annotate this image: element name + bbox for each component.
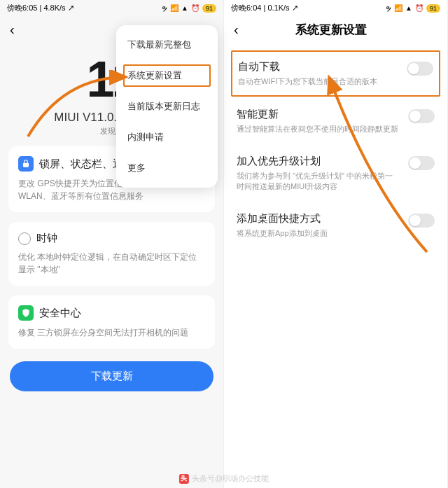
wifi-icon: ▲ [181,4,188,12]
bluetooth-icon: ຯ [162,4,167,12]
svg-rect-0 [23,163,29,167]
toggle-priority-upgrade[interactable] [408,156,435,170]
setting-title: 加入优先升级计划 [237,155,400,168]
download-update-button[interactable]: 下载更新 [10,361,214,391]
setting-title: 添加桌面快捷方式 [237,212,400,225]
battery-badge: 91 [202,4,216,13]
popup-item-full-package[interactable]: 下载最新完整包 [116,29,218,60]
settings-list: 自动下载 自动在WIFI下为您下载当前最合适的版本 智能更新 通过智能算法在夜间… [224,43,447,254]
alarm-icon: ⏰ [415,4,424,12]
phone-right-screenshot: 傍晚6:04 | 0.1K/s ↗ ຯ 📶 ▲ ⏰ 91 ‹ 系统更新设置 自动… [224,0,448,488]
overflow-menu-popup: 下载最新完整包 系统更新设置 当前版本更新日志 内测申请 更多 [116,25,218,188]
card-title: 安全中心 [39,307,81,320]
header-right: ‹ 系统更新设置 [224,16,447,43]
setting-smart-update[interactable]: 智能更新 通过智能算法在夜间您不使用的时间段静默更新 [224,98,447,144]
back-icon[interactable]: ‹ [234,22,239,38]
setting-subtitle: 将系统更新App添加到桌面 [237,228,400,239]
toggle-smart-update[interactable] [408,109,435,123]
lockscreen-icon [18,156,34,172]
watermark-text: 头条号@职场办公技能 [192,473,269,484]
signal-icon: 📶 [394,4,402,12]
phone-left-screenshot: 傍晚6:05 | 4.8K/s ↗ ຯ 📶 ▲ ⏰ 91 ‹ 11 MIUI V… [0,0,224,488]
card-title: 时钟 [36,232,57,245]
setting-auto-download[interactable]: 自动下载 自动在WIFI下为您下载当前最合适的版本 [231,50,440,97]
popup-item-update-settings[interactable]: 系统更新设置 [116,60,218,91]
card-desc: 优化 本地时钟定位逻辑，在自动确定时区下定位显示 "本地" [18,251,205,276]
clock-icon [18,232,31,245]
changelog-card-security: 安全中心 修复 三方锁屏在分身空间无法打开相机的问题 [8,295,215,349]
watermark-logo-icon: 头 [179,474,189,484]
alarm-icon: ⏰ [191,4,200,12]
setting-subtitle: 通过智能算法在夜间您不使用的时间段静默更新 [237,124,400,134]
bluetooth-icon: ຯ [386,4,391,12]
setting-subtitle: 自动在WIFI下为您下载当前最合适的版本 [238,76,398,87]
popup-item-more[interactable]: 更多 [116,153,218,183]
toggle-auto-download[interactable] [407,62,433,76]
back-icon[interactable]: ‹ [10,22,15,38]
page-title: 系统更新设置 [239,22,424,38]
battery-badge: 91 [426,4,440,13]
setting-subtitle: 我们将为参与到 "优先升级计划" 中的米粉第一时间推送最新的MIUI升级内容 [237,171,400,193]
watermark: 头 头条号@职场办公技能 [179,473,269,484]
setting-title: 智能更新 [237,108,400,121]
signal-icon: 📶 [170,4,178,12]
shield-icon [18,305,34,321]
popup-item-changelog[interactable]: 当前版本更新日志 [116,91,218,122]
changelog-card-clock: 时钟 优化 本地时钟定位逻辑，在自动确定时区下定位显示 "本地" [8,222,215,286]
toggle-desktop-shortcut[interactable] [408,214,435,228]
status-bar-left: 傍晚6:05 | 4.8K/s ↗ ຯ 📶 ▲ ⏰ 91 [0,0,223,16]
status-bar-right: 傍晚6:04 | 0.1K/s ↗ ຯ 📶 ▲ ⏰ 91 [224,0,447,16]
card-desc: 修复 三方锁屏在分身空间无法打开相机的问题 [18,326,205,339]
setting-title: 自动下载 [238,60,398,74]
setting-priority-upgrade[interactable]: 加入优先升级计划 我们将为参与到 "优先升级计划" 中的米粉第一时间推送最新的M… [224,145,447,202]
wifi-icon: ▲ [405,4,412,12]
setting-desktop-shortcut[interactable]: 添加桌面快捷方式 将系统更新App添加到桌面 [224,202,447,249]
popup-item-beta-apply[interactable]: 内测申请 [116,122,218,153]
